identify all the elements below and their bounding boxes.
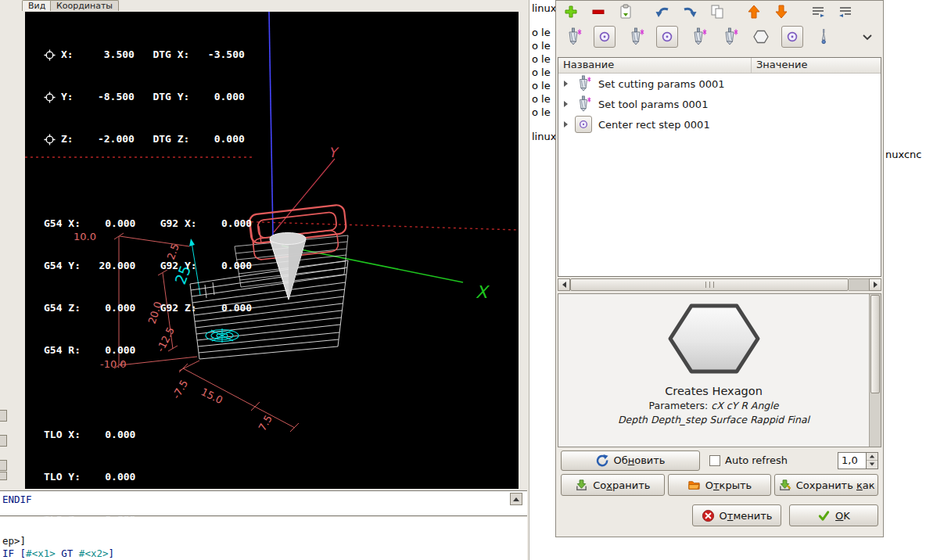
open-button-label: Открыть bbox=[705, 479, 752, 491]
scrollbar-trough[interactable] bbox=[849, 278, 869, 291]
left-edge-widget[interactable] bbox=[0, 410, 7, 422]
cancel-button[interactable]: Отменить bbox=[692, 504, 781, 526]
tool-probe-button[interactable] bbox=[813, 26, 834, 48]
center-circle-icon bbox=[597, 29, 612, 45]
tool-center-button-2[interactable] bbox=[656, 26, 678, 48]
ok-button[interactable]: OK bbox=[789, 504, 878, 526]
spinner-up-button[interactable] bbox=[867, 453, 878, 461]
open-button[interactable]: Открыть bbox=[668, 474, 772, 496]
gcode-line: ep>] bbox=[2, 535, 26, 547]
save-as-button[interactable]: Сохранить как bbox=[774, 474, 878, 496]
gcode-editor[interactable]: ENDIF bbox=[0, 490, 527, 516]
features-dialog: Название Значение Set cutting params 000… bbox=[555, 0, 884, 537]
tool-mill-button-4[interactable] bbox=[719, 26, 741, 48]
gcode-editor-lower[interactable]: ep>] IF [#<x1> GT #<x2>] bbox=[0, 517, 527, 560]
paste-button[interactable] bbox=[617, 3, 634, 20]
refresh-interval-spinner[interactable]: 1,0 bbox=[838, 452, 878, 469]
move-up-button[interactable] bbox=[745, 3, 763, 20]
preview-3d-viewport[interactable]: X Y bbox=[25, 12, 519, 489]
tab-coordinates[interactable]: Координаты bbox=[50, 0, 119, 11]
undo-icon bbox=[655, 4, 670, 20]
left-edge-widget[interactable] bbox=[0, 472, 7, 480]
scroll-right-button[interactable] bbox=[869, 278, 881, 291]
list-start-button[interactable] bbox=[809, 3, 827, 20]
dro-readout: X: 3.500 DTG X: -3.500 Y: -8.500 DTG Y: … bbox=[44, 20, 252, 555]
feature-tree: Название Значение Set cutting params 000… bbox=[558, 57, 881, 277]
y-axis: Y bbox=[274, 145, 339, 232]
save-as-icon bbox=[778, 479, 791, 492]
dro-line: G54 R: 0.000 bbox=[44, 343, 252, 357]
tool-hexagon-button[interactable] bbox=[750, 26, 772, 48]
tree-row[interactable]: Center rect step 0001 bbox=[558, 114, 881, 135]
y-axis-label: Y bbox=[328, 145, 339, 160]
editor-scroll-up-button[interactable] bbox=[510, 493, 522, 505]
tool-center-button-1[interactable] bbox=[594, 26, 616, 48]
mill-tool-icon bbox=[564, 27, 583, 46]
tool-mill-button-3[interactable] bbox=[687, 26, 709, 48]
move-down-icon bbox=[773, 4, 789, 20]
tool-mill-button-2[interactable] bbox=[625, 26, 647, 48]
feature-preview-panel: Creates Hexagon Parameters: cX cY R Angl… bbox=[558, 293, 881, 447]
spinner-buttons bbox=[866, 453, 878, 468]
ok-button-label: OK bbox=[835, 510, 850, 522]
spinner-down-button[interactable] bbox=[867, 461, 878, 468]
tree-column-value[interactable]: Значение bbox=[752, 58, 881, 73]
dro-line: Y: -8.500 DTG Y: 0.000 bbox=[44, 90, 252, 104]
save-button[interactable]: Сохранить bbox=[561, 474, 665, 496]
expander-icon[interactable] bbox=[564, 121, 568, 127]
center-circle-icon bbox=[784, 29, 800, 45]
undo-button[interactable] bbox=[654, 3, 671, 20]
redo-button[interactable] bbox=[681, 3, 698, 20]
auto-refresh-label[interactable]: Auto refresh bbox=[725, 454, 788, 466]
tool-center-button-3[interactable] bbox=[781, 26, 803, 48]
left-edge-widget[interactable] bbox=[0, 460, 7, 471]
mill-tool-icon bbox=[689, 27, 708, 46]
add-button[interactable] bbox=[562, 3, 580, 20]
left-edge-widget[interactable] bbox=[0, 435, 7, 447]
list-end-button[interactable] bbox=[837, 3, 854, 20]
more-tools-button[interactable] bbox=[858, 27, 877, 46]
tree-row-label: Set cutting params 0001 bbox=[598, 78, 724, 90]
expander-icon[interactable] bbox=[564, 81, 568, 87]
tree-row[interactable]: Set tool params 0001 bbox=[558, 94, 881, 114]
auto-refresh-checkbox[interactable] bbox=[709, 455, 720, 466]
dialog-tools-toolbar bbox=[556, 22, 883, 52]
mill-tool-icon bbox=[720, 27, 739, 46]
feature-preview-content: Creates Hexagon Parameters: cX cY R Angl… bbox=[558, 294, 869, 447]
x-axis-label: X bbox=[476, 282, 490, 302]
left-panel: Вид Координаты X Y bbox=[0, 0, 529, 560]
dro-line: TLO Y: 0.000 bbox=[44, 470, 252, 484]
remove-button[interactable] bbox=[590, 3, 607, 20]
copy-icon bbox=[709, 4, 725, 20]
scroll-left-button[interactable] bbox=[558, 278, 570, 291]
refresh-row: Обновить Auto refresh 1,0 bbox=[561, 450, 878, 471]
scrollbar-thumb[interactable] bbox=[570, 278, 849, 291]
copy-button[interactable] bbox=[709, 3, 726, 20]
tool-mill-button-1[interactable] bbox=[562, 26, 584, 48]
spinner-value[interactable]: 1,0 bbox=[838, 453, 866, 468]
cancel-icon bbox=[702, 509, 715, 522]
center-circle-icon bbox=[659, 29, 675, 45]
tree-header: Название Значение bbox=[558, 58, 881, 74]
remove-icon bbox=[590, 4, 606, 20]
preview-params-line: Parameters: cX cY R Angle bbox=[558, 400, 869, 411]
position-crosshair-icon bbox=[44, 92, 56, 103]
file-buttons-row: Сохранить Открыть Сохранить как bbox=[561, 474, 878, 497]
ok-check-icon bbox=[817, 509, 831, 522]
mill-tool-icon bbox=[575, 95, 592, 113]
list-start-icon bbox=[810, 4, 826, 20]
save-button-label: Сохранить bbox=[593, 479, 650, 491]
preview-vertical-scrollbar[interactable] bbox=[869, 294, 881, 447]
move-down-button[interactable] bbox=[773, 3, 790, 20]
cancel-button-label: Отменить bbox=[720, 510, 773, 522]
tab-view[interactable]: Вид bbox=[22, 0, 52, 11]
redo-icon bbox=[682, 4, 698, 20]
expander-icon[interactable] bbox=[564, 101, 568, 107]
tree-column-name[interactable]: Название bbox=[558, 58, 752, 73]
scrollbar-thumb[interactable] bbox=[870, 295, 880, 393]
save-as-button-label: Сохранить как bbox=[796, 479, 875, 491]
gcode-line: ENDIF bbox=[2, 494, 32, 505]
refresh-button[interactable]: Обновить bbox=[561, 451, 700, 471]
tree-row[interactable]: Set cutting params 0001 bbox=[558, 74, 881, 94]
dialog-main-toolbar bbox=[556, 1, 883, 22]
